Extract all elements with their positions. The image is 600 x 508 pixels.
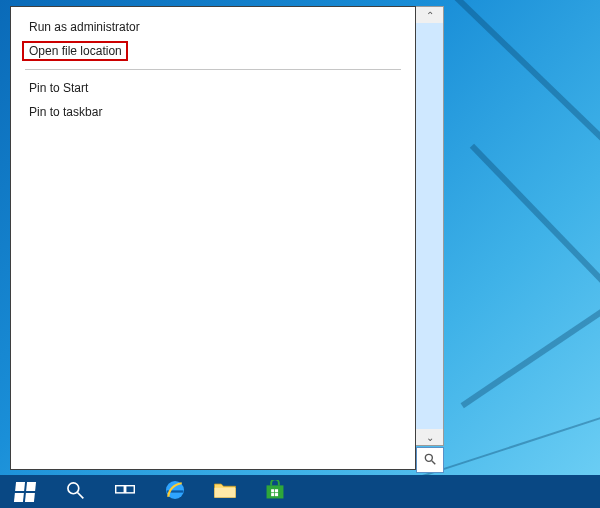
svg-rect-11 <box>271 493 274 496</box>
wallpaper-decoration <box>461 258 600 408</box>
svg-rect-12 <box>275 493 278 496</box>
svg-rect-5 <box>126 486 135 493</box>
taskbar-search-button[interactable] <box>50 475 100 508</box>
svg-rect-10 <box>275 489 278 492</box>
svg-point-0 <box>425 454 432 461</box>
svg-line-1 <box>432 460 436 464</box>
svg-point-2 <box>68 483 79 494</box>
internet-explorer-icon <box>163 478 187 505</box>
search-icon <box>65 480 85 503</box>
results-scrollbar[interactable]: ⌃ ⌄ <box>416 6 444 446</box>
scroll-up-button[interactable]: ⌃ <box>416 7 443 23</box>
start-button[interactable] <box>0 475 50 508</box>
scroll-track[interactable] <box>416 23 443 429</box>
menu-item-run-as-admin[interactable]: Run as administrator <box>11 15 415 39</box>
windows-store-button[interactable] <box>250 475 300 508</box>
taskbar <box>0 475 600 508</box>
search-button-inline[interactable] <box>416 447 444 473</box>
folder-icon <box>213 481 237 502</box>
menu-item-open-file-location[interactable]: Open file location <box>11 39 415 63</box>
menu-separator <box>25 69 401 70</box>
svg-rect-9 <box>271 489 274 492</box>
context-menu: Run as administrator Open file location … <box>10 6 416 470</box>
scroll-down-button[interactable]: ⌄ <box>416 429 443 445</box>
svg-rect-7 <box>215 488 236 498</box>
internet-explorer-button[interactable] <box>150 475 200 508</box>
task-view-icon <box>115 480 135 503</box>
menu-item-pin-to-start[interactable]: Pin to Start <box>11 76 415 100</box>
windows-logo-icon <box>14 482 36 502</box>
store-icon <box>265 480 285 503</box>
svg-line-3 <box>78 493 84 499</box>
svg-rect-4 <box>116 486 125 493</box>
task-view-button[interactable] <box>100 475 150 508</box>
menu-item-pin-to-taskbar[interactable]: Pin to taskbar <box>11 100 415 124</box>
file-explorer-button[interactable] <box>200 475 250 508</box>
search-icon <box>423 452 437 469</box>
